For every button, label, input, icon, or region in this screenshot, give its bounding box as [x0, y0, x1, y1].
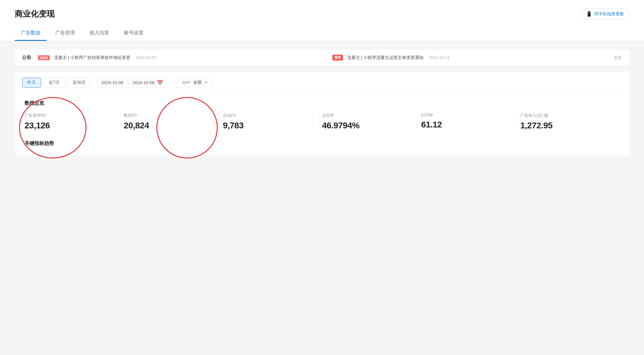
stat-value-1: 20,824: [124, 121, 217, 131]
stat-label-3: 点击率: [322, 113, 415, 118]
notice-more-link[interactable]: 更多: [614, 55, 622, 60]
notice-label: 公告: [22, 55, 33, 60]
badge-important: 重要: [332, 55, 343, 60]
filter-bar: 昨天近7天近30天 2024-10-08 ～ 2024-10-08 📅 APP …: [15, 72, 629, 93]
calendar-icon: 📅: [157, 80, 163, 86]
stats-container: 数据总览 广告请求PV23,126曝光PV20,824点击PV9,783点击率4…: [25, 100, 619, 131]
notice-bar: 公告 NEW 流量主 | 小程序广告结算单收件地址变更 2023-02-02 重…: [15, 50, 629, 65]
stat-value-0: 23,126: [25, 121, 117, 131]
time-filter-btn-2[interactable]: 近30天: [67, 78, 91, 88]
page-wrapper: 商业化变现 📱 用手机端查看数 广告数据广告管理收入结算账号设置 公告 NEW …: [0, 0, 644, 355]
title-row: 商业化变现 📱 用手机端查看数: [15, 9, 629, 19]
chevron-down-icon: ▼: [204, 80, 208, 85]
stat-value-4: 61.12: [421, 120, 514, 130]
tab-ad-data[interactable]: 广告数据: [15, 27, 47, 41]
time-filter-btn-1[interactable]: 近7天: [44, 78, 65, 88]
badge-new: NEW: [38, 55, 50, 60]
notice-item-2[interactable]: 重要 流量主 | 小程序流量主运营主体变更通知 2022-12-13: [332, 55, 609, 60]
header-area: 商业化变现 📱 用手机端查看数 广告数据广告管理收入结算账号设置: [0, 0, 644, 41]
notice-text-1: 流量主 | 小程序广告结算单收件地址变更: [54, 55, 130, 60]
date-separator: ～: [126, 80, 130, 85]
stat-item-2: 点击PV9,783: [223, 113, 322, 131]
stats-section: 数据总览 广告请求PV23,126曝光PV20,824点击PV9,783点击率4…: [15, 93, 629, 155]
main-card: 昨天近7天近30天 2024-10-08 ～ 2024-10-08 📅 APP …: [15, 72, 629, 155]
mobile-icon: 📱: [586, 11, 592, 17]
notice-date-1: 2023-02-02: [136, 55, 156, 60]
stat-item-0: 广告请求PV23,126: [25, 113, 124, 131]
stat-label-2: 点击PV: [223, 113, 316, 118]
app-filter-dropdown[interactable]: APP 全部 ▼: [177, 78, 213, 87]
app-filter-value: 全部: [193, 80, 202, 85]
date-range-picker[interactable]: 2024-10-08 ～ 2024-10-08 📅: [97, 78, 167, 88]
stat-item-4: ECPM61.12: [421, 113, 520, 130]
stat-item-5: 广告收入(元)i1,272.95: [520, 113, 619, 131]
stat-value-5: 1,272.95: [520, 121, 613, 131]
notice-date-2: 2022-12-13: [429, 55, 450, 60]
stats-grid: 广告请求PV23,126曝光PV20,824点击PV9,783点击率46.979…: [25, 113, 619, 131]
tab-account[interactable]: 账号设置: [118, 27, 150, 41]
content-area: 公告 NEW 流量主 | 小程序广告结算单收件地址变更 2023-02-02 重…: [0, 41, 644, 164]
tabs-row: 广告数据广告管理收入结算账号设置: [15, 27, 629, 41]
stat-value-3: 46.9794%: [322, 121, 415, 131]
stat-item-3: 点击率46.9794%: [322, 113, 421, 131]
mobile-view-button[interactable]: 📱 用手机端查看数: [581, 9, 629, 19]
stat-item-1: 曝光PV20,824: [124, 113, 223, 131]
page-title: 商业化变现: [15, 9, 55, 19]
time-filter-btn-0[interactable]: 昨天: [22, 78, 41, 88]
stat-label-5: 广告收入(元)i: [520, 113, 613, 118]
app-filter-label: APP: [182, 80, 191, 85]
tab-income[interactable]: 收入结算: [83, 27, 115, 41]
mobile-btn-label: 用手机端查看数: [594, 11, 624, 17]
date-start: 2024-10-08: [101, 80, 123, 85]
notice-item-1[interactable]: NEW 流量主 | 小程序广告结算单收件地址变更 2023-02-02: [38, 55, 315, 60]
stats-overview-title: 数据总览: [25, 100, 619, 107]
tab-ad-manage[interactable]: 广告管理: [49, 27, 81, 41]
date-end: 2024-10-08: [132, 80, 155, 85]
stat-label-0: 广告请求PV: [25, 113, 117, 118]
stat-label-1: 曝光PV: [124, 113, 217, 118]
notice-divider: [324, 55, 324, 60]
trend-title: 关键指标趋势: [25, 140, 619, 147]
stat-label-4: ECPM: [421, 113, 514, 117]
stat-value-2: 9,783: [223, 121, 316, 131]
time-filter-group: 昨天近7天近30天: [22, 78, 91, 88]
notice-text-2: 流量主 | 小程序流量主运营主体变更通知: [347, 55, 424, 60]
info-icon-5[interactable]: i: [544, 113, 548, 118]
